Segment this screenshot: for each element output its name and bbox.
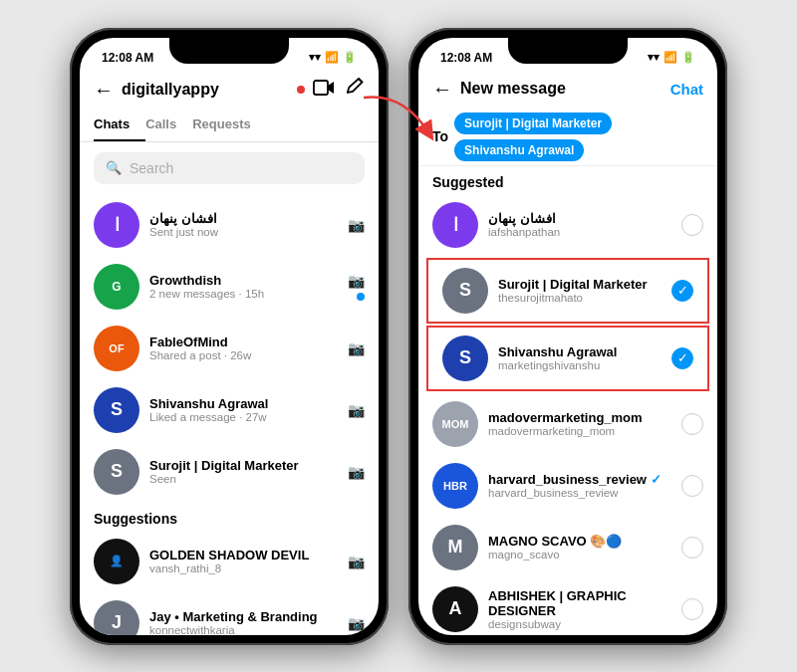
camera-icon: 📷	[348, 340, 365, 356]
list-item[interactable]: J Jay • Marketing & Branding konnectwith…	[80, 592, 379, 635]
back-button-right[interactable]: ←	[432, 78, 452, 101]
nm-info: madovermarketing_mom madovermarketing_mo…	[488, 410, 671, 437]
avatar: 👤	[94, 539, 139, 584]
chat-info: افشان پنهان Sent just now	[149, 211, 338, 238]
tab-calls[interactable]: Calls	[145, 109, 192, 141]
battery-icon: 🔋	[343, 51, 357, 64]
chat-name: Jay • Marketing & Branding	[149, 609, 338, 624]
nm-info: MAGNO SCAVO 🎨🔵 magno_scavo	[488, 534, 671, 560]
avatar: S	[94, 387, 139, 433]
avatar: M	[432, 525, 478, 570]
nm-name: Surojit | Digital Marketer	[498, 277, 662, 292]
chat-info: Growthdish 2 new messages · 15h	[149, 273, 338, 300]
chip-surojit[interactable]: Surojit | Digital Marketer	[454, 112, 612, 134]
suggested-label: Suggested	[418, 166, 717, 194]
chat-sub: Shared a post · 26w	[149, 349, 338, 361]
check-circle[interactable]	[681, 537, 703, 559]
list-item[interactable]: S Surojit | Digital Marketer Seen 📷	[80, 441, 379, 503]
battery-icon: 🔋	[681, 51, 695, 64]
list-item[interactable]: M MAGNO SCAVO 🎨🔵 magno_scavo	[418, 517, 717, 578]
list-item[interactable]: OF FableOfMind Shared a post · 26w 📷	[80, 318, 379, 379]
camera-icon: 📷	[348, 554, 365, 569]
chat-meta: 📷	[348, 217, 365, 233]
status-icons-left: ▾▾ 📶 🔋	[309, 51, 357, 64]
chat-info: GOLDEN SHADOW DEVIL vansh_rathi_8	[149, 548, 338, 574]
check-circle[interactable]	[681, 413, 703, 435]
left-header-icons	[313, 78, 365, 103]
check-circle[interactable]	[681, 598, 703, 620]
chat-sub: konnectwithkaria	[149, 624, 338, 635]
list-item[interactable]: HBR harvard_business_review ✓ harvard_bu…	[418, 455, 717, 517]
avatar: J	[94, 600, 139, 635]
chip-shivanshu[interactable]: Shivanshu Agrawal	[454, 139, 584, 161]
nm-name: افشان پنهان	[488, 211, 671, 226]
tab-chats[interactable]: Chats	[94, 109, 145, 141]
list-item[interactable]: S Shivanshu Agrawal Liked a message · 27…	[80, 379, 379, 441]
nm-name: Shivanshu Agrawal	[498, 344, 662, 359]
chat-meta: 📷	[348, 554, 365, 569]
list-item[interactable]: MOM madovermarketing_mom madovermarketin…	[418, 393, 717, 455]
avatar: G	[94, 264, 139, 310]
wifi-icon: ▾▾	[648, 51, 660, 64]
camera-icon: 📷	[348, 273, 365, 289]
list-item[interactable]: G Growthdish 2 new messages · 15h 📷	[80, 256, 379, 318]
to-field-container: To Surojit | Digital Marketer Shivanshu …	[418, 107, 717, 166]
avatar: S	[442, 336, 488, 381]
chat-sub: 2 new messages · 15h	[149, 288, 338, 300]
avatar: S	[442, 268, 488, 314]
video-icon[interactable]	[313, 80, 335, 101]
left-phone-screen: 12:08 AM ▾▾ 📶 🔋 ← digitallyappy	[80, 38, 379, 635]
camera-icon: 📷	[348, 402, 365, 418]
chat-sub: Sent just now	[149, 226, 338, 238]
nm-username: marketingshivanshu	[498, 359, 662, 371]
nm-username: thesurojitmahato	[498, 292, 662, 304]
chat-meta: 📷	[348, 340, 365, 356]
list-item[interactable]: S Surojit | Digital Marketer thesurojitm…	[426, 258, 709, 324]
nm-info: ABHISHEK | GRAPHIC DESIGNER designsubway	[488, 588, 671, 630]
nm-username: harvard_business_review	[488, 487, 671, 499]
to-label: To	[432, 128, 448, 144]
chat-meta: 📷	[348, 273, 365, 301]
chat-name: FableOfMind	[149, 335, 338, 349]
nm-username: designsubway	[488, 618, 671, 630]
check-circle[interactable]	[681, 214, 703, 236]
nm-name: madovermarketing_mom	[488, 410, 671, 425]
camera-icon: 📷	[348, 217, 365, 233]
svg-rect-0	[314, 81, 328, 95]
nm-name: harvard_business_review ✓	[488, 472, 671, 487]
nm-info: Shivanshu Agrawal marketingshivanshu	[498, 344, 662, 371]
back-button-left[interactable]: ←	[94, 79, 114, 102]
camera-icon: 📷	[348, 464, 365, 480]
list-item[interactable]: ا افشان پنهان iafshanpathan	[418, 194, 717, 256]
check-circle-checked[interactable]: ✓	[671, 347, 693, 369]
nm-info: harvard_business_review ✓ harvard_busine…	[488, 472, 671, 499]
chat-name: افشان پنهان	[149, 211, 338, 226]
chat-info: FableOfMind Shared a post · 26w	[149, 335, 338, 361]
check-circle-checked[interactable]: ✓	[671, 280, 693, 302]
chat-action-button[interactable]: Chat	[670, 81, 703, 98]
nm-info: Surojit | Digital Marketer thesurojitmah…	[498, 277, 662, 304]
recipient-chips: Surojit | Digital Marketer Shivanshu Agr…	[454, 111, 703, 163]
chat-name: GOLDEN SHADOW DEVIL	[149, 548, 338, 562]
right-phone: 12:08 AM ▾▾ 📶 🔋 ← New message Chat To Su…	[408, 28, 727, 645]
compose-icon[interactable]	[345, 78, 365, 103]
avatar: MOM	[432, 401, 478, 447]
chat-info: Shivanshu Agrawal Liked a message · 27w	[149, 396, 338, 423]
chat-info: Jay • Marketing & Branding konnectwithka…	[149, 609, 338, 635]
nm-name: MAGNO SCAVO 🎨🔵	[488, 534, 671, 549]
list-item[interactable]: 👤 GOLDEN SHADOW DEVIL vansh_rathi_8 📷	[80, 531, 379, 592]
left-phone: 12:08 AM ▾▾ 📶 🔋 ← digitallyappy	[70, 28, 389, 645]
verified-badge: ✓	[651, 472, 662, 487]
list-item[interactable]: A ABHISHEK | GRAPHIC DESIGNER designsubw…	[418, 578, 717, 635]
check-circle[interactable]	[681, 475, 703, 497]
search-placeholder: Search	[130, 160, 173, 176]
search-bar[interactable]: 🔍 Search	[94, 152, 365, 184]
phones-container: 12:08 AM ▾▾ 📶 🔋 ← digitallyappy	[50, 8, 747, 665]
tab-requests[interactable]: Requests	[192, 109, 267, 141]
list-item[interactable]: ا افشان پنهان Sent just now 📷	[80, 194, 379, 256]
list-item[interactable]: S Shivanshu Agrawal marketingshivanshu ✓	[426, 326, 709, 391]
camera-icon: 📷	[348, 615, 365, 631]
chat-name: Growthdish	[149, 273, 338, 288]
chat-list: ا افشان پنهان Sent just now 📷 G Growthdi…	[80, 194, 379, 635]
unread-dot	[357, 293, 365, 301]
